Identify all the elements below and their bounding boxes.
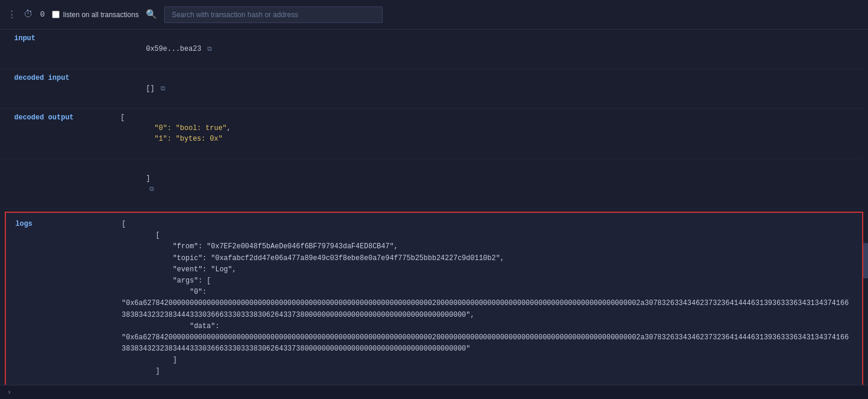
search-icon: 🔍 — [146, 9, 157, 20]
logs-args-bracket-close: ] — [172, 356, 177, 364]
bottom-chevron-icon[interactable]: › — [7, 388, 11, 397]
input-row: input 0x59e...bea23 ⧉ — [0, 30, 868, 69]
logs-inner-bracket-close: ] — [156, 367, 160, 375]
bottom-bar: › — [0, 385, 868, 399]
logs-args-label: "args": [ — [172, 277, 211, 285]
decoded-output-bracket-close: ] — [146, 174, 150, 183]
copy-decoded-output-icon[interactable]: ⧉ — [149, 184, 154, 194]
logs-event: "event": "Log" — [172, 265, 232, 274]
logs-data-label: "data": — [190, 322, 219, 330]
toolbar: ⋮ ⏱ 0 listen on all transactions 🔍 — [0, 0, 868, 30]
decoded-output-1: "1": "bytes: 0x" — [155, 135, 223, 143]
decoded-output-label: decoded output — [14, 112, 120, 122]
decoded-output-0: "0": "bool: true" — [155, 124, 227, 132]
logs-args-0-value: "0x6a62784200000000000000000000000000000… — [122, 299, 849, 319]
logs-topic: "topic": "0xafabcf2dd47e06a477a89e49c03f… — [172, 254, 500, 262]
logs-label: logs — [15, 219, 122, 228]
logs-data-value: "0x6a62784200000000000000000000000000000… — [122, 333, 849, 353]
logs-args-0-label: "0": — [190, 288, 207, 296]
copy-input-icon[interactable]: ⧉ — [207, 44, 212, 54]
logs-row: logs [ [ "from": "0x7EF2e0048f5bAeDe046f… — [15, 219, 853, 385]
main-content: input 0x59e...bea23 ⧉ decoded input [] ⧉… — [0, 30, 868, 385]
input-label: input — [14, 33, 120, 43]
decoded-output-value: [ "0": "bool: true", "1": "bytes: 0x" — [120, 112, 854, 155]
logs-section: logs [ [ "from": "0x7EF2e0048f5bAeDe046f… — [5, 212, 863, 385]
clock-icon[interactable]: ⏱ — [24, 9, 33, 20]
logs-bracket-open: [ — [122, 220, 126, 228]
decoded-output-close: ] ⧉ — [120, 163, 854, 205]
decoded-input-value: [] ⧉ — [120, 73, 854, 105]
input-hash: 0x59e...bea23 — [146, 44, 201, 54]
logs-content: [ [ "from": "0x7EF2e0048f5bAeDe046f6BF79… — [122, 219, 853, 385]
decoded-input-label: decoded input — [14, 73, 120, 82]
decoded-output-close-label — [14, 163, 120, 164]
scrollbar[interactable] — [863, 30, 868, 385]
input-value: 0x59e...bea23 ⧉ — [120, 33, 854, 65]
listen-all-checkbox[interactable] — [52, 11, 60, 18]
listen-all-label: listen on all transactions — [63, 11, 139, 19]
logs-from: "from": "0x7EF2e0048f5bAeDe046f6BF797943… — [172, 242, 393, 251]
scrollbar-thumb[interactable] — [863, 243, 868, 278]
search-input[interactable] — [164, 7, 383, 23]
decoded-output-row: decoded output [ "0": "bool: true", "1":… — [0, 109, 868, 159]
transaction-count: 0 — [40, 10, 45, 19]
logs-inner-bracket-open: [ — [156, 231, 160, 239]
decoded-input-row: decoded input [] ⧉ — [0, 69, 868, 109]
copy-decoded-input-icon[interactable]: ⧉ — [161, 84, 165, 94]
listen-all-checkbox-wrapper[interactable]: listen on all transactions — [52, 11, 139, 19]
collapse-icon[interactable]: ⋮ — [7, 9, 17, 21]
decoded-input-bracket: [] — [146, 83, 154, 94]
decoded-output-close-row: ] ⧉ — [0, 159, 868, 209]
decoded-output-bracket-open: [ — [120, 113, 125, 122]
